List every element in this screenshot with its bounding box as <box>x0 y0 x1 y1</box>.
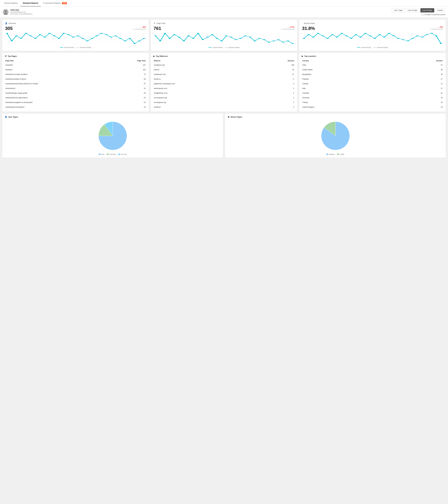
table-row: /whols/demo/31 <box>5 86 146 91</box>
top-referrers-card: ▶ Top Referrers Referrer Session wordpre… <box>151 53 297 112</box>
page-views: 102 <box>115 67 146 72</box>
referrer-sessions: 2 <box>259 86 295 91</box>
referrer-sessions: 158 <box>259 63 295 67</box>
sessions-vs: vs. previous period <box>133 28 146 30</box>
table-row: eishgiftshop.co.ke2 <box>153 91 295 95</box>
svg-point-107 <box>440 43 442 44</box>
referrer-name: hasthemes.com <box>153 72 259 77</box>
pie-legend-item: desktop <box>326 153 335 155</box>
page-path: /hashbar/left-text-right-button/ <box>5 95 115 100</box>
country-name: Bangladesh <box>302 72 391 77</box>
table-row: levida.ca4 <box>153 77 295 81</box>
bouncerate-vs: vs. previous period <box>430 28 443 30</box>
svg-point-29 <box>105 34 107 35</box>
sessions-header: 👤 Sessions <box>5 22 146 24</box>
sessions-value: 305 <box>5 26 13 31</box>
bouncerate-header: ↓ Bounce Rate <box>302 22 443 24</box>
pageview-legend: Current Period Previous Period <box>154 47 294 48</box>
page-views: 25 <box>115 91 146 95</box>
pageview-icon: 👁 <box>154 22 155 24</box>
btn-custom[interactable]: Custom <box>435 8 445 13</box>
svg-point-33 <box>124 41 126 41</box>
svg-point-89 <box>355 34 357 35</box>
referrer-name: eishgiftshop.co.ke <box>153 91 259 95</box>
device-types-legend: desktopmobile <box>227 153 443 155</box>
table-row: India37 <box>302 63 443 67</box>
pie-swatch <box>337 154 339 155</box>
pie-swatch <box>99 154 101 155</box>
br-legend-current: Current Period <box>357 47 371 48</box>
svg-point-44 <box>159 41 161 41</box>
svg-point-13 <box>30 36 32 36</box>
sessions-pct-value: -8% <box>142 26 146 28</box>
svg-point-56 <box>216 38 218 39</box>
referrer-name: levida.ca <box>153 77 259 81</box>
country-name: Germany <box>302 95 391 100</box>
device-types-card: 🖥 Device Types desktopmobile <box>225 114 446 158</box>
country-name: Australia <box>302 91 391 95</box>
table-row: Bangladesh18 <box>302 72 443 77</box>
compare-label[interactable]: Compare to previous period <box>422 14 445 16</box>
tab-standard[interactable]: Standard Reports <box>20 0 41 6</box>
svg-point-67 <box>268 42 270 43</box>
tab-general[interactable]: General Options <box>2 0 20 6</box>
pie-legend-item: (not set) <box>118 153 127 155</box>
referrer-sessions: 2 <box>259 91 295 95</box>
svg-point-80 <box>312 37 315 37</box>
pie-label: returning <box>109 153 116 155</box>
avatar <box>3 9 8 15</box>
btn-last15[interactable]: Last 15 days <box>406 8 420 13</box>
table-row: United Kingdom10 <box>302 105 443 109</box>
svg-point-57 <box>221 41 223 41</box>
top-pages-title: Top Pages <box>8 55 17 57</box>
previous-swatch <box>76 47 79 48</box>
svg-point-82 <box>322 36 324 36</box>
referrer-name: es.wordpress.org <box>153 95 259 100</box>
country-name: Italy <box>302 86 391 91</box>
user-info: John Doe example@gmail.com Test Shop <G-… <box>3 9 33 15</box>
svg-point-35 <box>133 43 136 44</box>
user-name: John Doe <box>10 9 33 11</box>
sessions-card: 👤 Sessions 305 ↓ -8% vs. previous period <box>2 20 149 51</box>
device-types-pie-wrapper <box>227 120 443 151</box>
header: John Doe example@gmail.com Test Shop <G-… <box>0 6 448 18</box>
svg-point-48 <box>178 37 180 37</box>
svg-point-12 <box>25 33 27 34</box>
top-referrers-title: Top Referrers <box>156 55 168 57</box>
page-path: /swatchly/product/heavy-blend-8-oz-hoodi… <box>5 81 115 86</box>
table-row: es.wordpress.org2 <box>153 95 295 100</box>
page-views: 19 <box>115 105 146 109</box>
referrer-sessions: 35 <box>259 67 295 72</box>
svg-point-93 <box>374 38 376 39</box>
top-countries-card: ▶ Top country's Country Session India37U… <box>299 53 446 112</box>
pv-legend-previous: Previous Period <box>225 47 240 48</box>
svg-point-8 <box>6 33 8 34</box>
pie-label: desktop <box>329 153 335 155</box>
page-path: /whols/demo/ <box>5 86 115 91</box>
user-types-pie-chart <box>97 120 128 151</box>
br-current-swatch <box>357 47 360 48</box>
pv-current-swatch <box>208 47 211 48</box>
btn-last7[interactable]: Last 7 days <box>392 8 405 13</box>
tab-ecommerce[interactable]: E-commerce Reports PRO <box>41 0 69 6</box>
compare-checkbox[interactable] <box>422 14 423 16</box>
bouncerate-chart <box>302 33 443 45</box>
page-path: /swatchly/ <box>5 63 115 67</box>
page-views: 37 <box>115 81 146 86</box>
top-referrers-header: ▶ Top Referrers <box>153 55 295 57</box>
page-views: 147 <box>115 63 146 67</box>
svg-point-50 <box>187 36 190 36</box>
country-name: Pakistan <box>302 77 391 81</box>
svg-point-97 <box>393 36 395 36</box>
top-countries-header: ▶ Top country's <box>302 55 443 57</box>
svg-point-37 <box>143 38 145 39</box>
top-referrers-icon: ▶ <box>153 55 155 57</box>
pageview-metric-row: 761 ↓ -17% vs. previous period <box>154 26 294 31</box>
btn-last30[interactable]: Last 30 days <box>420 8 434 13</box>
svg-point-22 <box>72 37 74 37</box>
country-sessions: 11 <box>391 81 443 86</box>
svg-point-88 <box>350 38 352 39</box>
user-details: John Doe example@gmail.com Test Shop <G-… <box>10 9 33 15</box>
svg-point-9 <box>11 41 13 41</box>
svg-point-104 <box>426 34 428 35</box>
